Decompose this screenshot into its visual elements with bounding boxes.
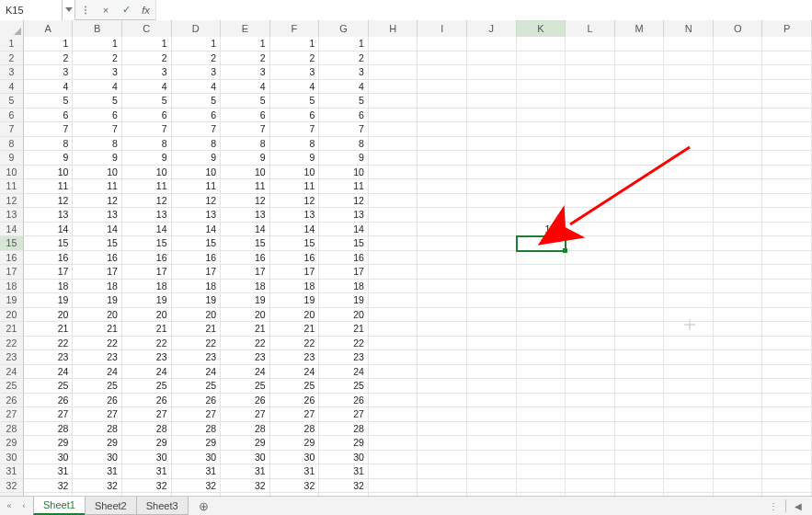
column-header-D[interactable]: D [172, 20, 222, 37]
cell-I4[interactable] [417, 80, 467, 95]
cell-A32[interactable]: 32 [24, 479, 74, 494]
cell-E17[interactable]: 17 [221, 265, 270, 280]
cell-C25[interactable]: 25 [122, 379, 172, 394]
cell-F21[interactable]: 21 [270, 322, 320, 337]
more-button[interactable] [75, 0, 96, 20]
cell-D18[interactable]: 18 [172, 280, 222, 294]
cell-N3[interactable] [664, 65, 714, 80]
cell-L2[interactable] [566, 52, 615, 66]
cell-K28[interactable] [517, 422, 566, 437]
cell-C12[interactable]: 12 [122, 194, 172, 209]
cell-I25[interactable] [417, 379, 467, 394]
cell-G9[interactable]: 9 [319, 151, 369, 166]
cell-M20[interactable] [615, 308, 665, 323]
cell-E16[interactable]: 16 [221, 251, 270, 266]
cell-P25[interactable] [762, 379, 812, 394]
cell-B19[interactable]: 19 [73, 293, 122, 308]
cell-J32[interactable] [467, 479, 517, 494]
cell-I14[interactable] [417, 223, 467, 237]
cell-E22[interactable]: 22 [221, 337, 270, 351]
cell-C21[interactable]: 21 [122, 322, 172, 337]
cell-N2[interactable] [664, 52, 714, 66]
cell-I20[interactable] [417, 308, 467, 323]
cell-I26[interactable] [417, 394, 467, 408]
cell-P29[interactable] [762, 436, 812, 451]
cell-K25[interactable] [517, 379, 566, 394]
cell-I1[interactable] [417, 37, 467, 52]
cell-A7[interactable]: 7 [24, 122, 74, 137]
cell-L3[interactable] [566, 65, 615, 80]
cell-H24[interactable] [369, 365, 418, 380]
cell-O18[interactable] [714, 280, 763, 294]
cell-J20[interactable] [467, 308, 517, 323]
cell-I15[interactable] [417, 236, 467, 251]
cell-G15[interactable]: 15 [319, 236, 369, 251]
cell-H7[interactable] [369, 122, 418, 137]
cell-N27[interactable] [664, 407, 714, 422]
cell-B28[interactable]: 28 [73, 422, 122, 437]
cell-G22[interactable]: 22 [319, 337, 369, 351]
cell-H8[interactable] [369, 137, 418, 152]
cell-F17[interactable]: 17 [270, 265, 320, 280]
row-header-22[interactable]: 22 [0, 337, 24, 351]
cell-D17[interactable]: 17 [172, 265, 222, 280]
cell-J30[interactable] [467, 451, 517, 465]
cell-I30[interactable] [417, 451, 467, 465]
cell-H19[interactable] [369, 293, 418, 308]
cell-P19[interactable] [762, 293, 812, 308]
cell-M27[interactable] [615, 407, 665, 422]
cell-G14[interactable]: 14 [319, 223, 369, 237]
cell-E4[interactable]: 4 [221, 80, 270, 95]
cell-J3[interactable] [467, 65, 517, 80]
cell-H22[interactable] [369, 337, 418, 351]
cell-A28[interactable]: 28 [24, 422, 74, 437]
insert-function-button[interactable]: fx [136, 0, 156, 20]
cell-P14[interactable] [762, 223, 812, 237]
cell-O29[interactable] [714, 436, 763, 451]
cell-H29[interactable] [369, 436, 418, 451]
cell-H16[interactable] [369, 251, 418, 266]
sheet-tab-sheet2[interactable]: Sheet2 [85, 497, 137, 515]
cell-M4[interactable] [615, 80, 665, 95]
cell-N12[interactable] [664, 194, 714, 209]
cell-F28[interactable]: 28 [270, 422, 320, 437]
column-header-C[interactable]: C [122, 20, 172, 37]
cell-D12[interactable]: 12 [172, 194, 222, 209]
cell-C32[interactable]: 32 [122, 479, 172, 494]
cell-N29[interactable] [664, 436, 714, 451]
cell-C6[interactable]: 6 [122, 109, 172, 123]
cell-J15[interactable] [467, 236, 517, 251]
cell-O15[interactable] [714, 236, 763, 251]
cell-E5[interactable]: 5 [221, 94, 270, 109]
cell-J8[interactable] [467, 137, 517, 152]
row-header-30[interactable]: 30 [0, 451, 24, 465]
cell-E11[interactable]: 11 [221, 179, 270, 194]
cell-J31[interactable] [467, 464, 517, 479]
cell-C20[interactable]: 20 [122, 308, 172, 323]
cell-H14[interactable] [369, 223, 418, 237]
cell-C26[interactable]: 26 [122, 394, 172, 408]
cell-K1[interactable] [517, 37, 566, 52]
cell-E6[interactable]: 6 [221, 109, 270, 123]
cell-B14[interactable]: 14 [73, 223, 122, 237]
cell-D25[interactable]: 25 [172, 379, 222, 394]
cell-F30[interactable]: 30 [270, 451, 320, 465]
cell-D5[interactable]: 5 [172, 94, 222, 109]
cell-M6[interactable] [615, 109, 665, 123]
cell-N13[interactable] [664, 208, 714, 223]
cell-F4[interactable]: 4 [270, 80, 320, 95]
cell-H12[interactable] [369, 194, 418, 209]
cell-J6[interactable] [467, 109, 517, 123]
cell-N1[interactable] [664, 37, 714, 52]
cell-K4[interactable] [517, 80, 566, 95]
cell-D21[interactable]: 21 [172, 322, 222, 337]
cell-A9[interactable]: 9 [24, 151, 74, 166]
cell-L18[interactable] [566, 280, 615, 294]
cell-J16[interactable] [467, 251, 517, 266]
cell-M5[interactable] [615, 94, 665, 109]
row-header-31[interactable]: 31 [0, 464, 24, 479]
row-header-1[interactable]: 1 [0, 37, 24, 52]
column-header-L[interactable]: L [566, 20, 615, 37]
cell-M9[interactable] [615, 151, 665, 166]
cell-B23[interactable]: 23 [73, 350, 122, 365]
